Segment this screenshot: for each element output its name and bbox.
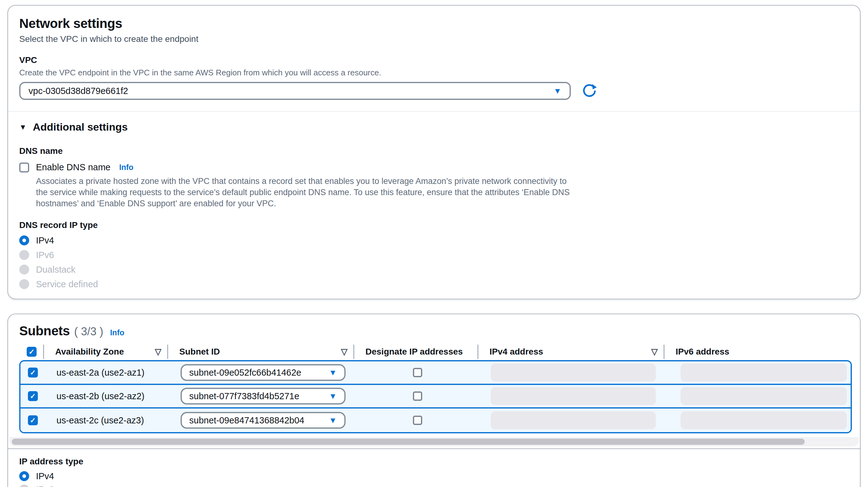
ipv4-address-field: [491, 387, 656, 405]
availability-zone-cell: us-east-2c (use2-az3): [45, 408, 169, 432]
select-all-header-cell: ✓: [19, 344, 44, 360]
row-checkbox[interactable]: ✓: [28, 415, 38, 425]
dns-record-ip-type-group: IPv4 IPv6 Dualstack Service defined: [19, 235, 849, 290]
caret-down-icon: ▼: [329, 392, 337, 400]
dns-name-description: Associates a private hosted zone with th…: [36, 176, 577, 209]
availability-zone-header-label: Availability Zone: [44, 347, 124, 357]
subnet-table: ✓ us-east-2a (use2-az1) subnet-09e052fc6…: [19, 360, 852, 433]
row-select-cell: ✓: [21, 385, 45, 407]
designate-ip-cell: [355, 385, 479, 407]
ipv6-address-field: [681, 411, 847, 429]
radio-option-ipv6: IPv6: [19, 250, 849, 260]
dns-name-label: DNS name: [19, 146, 849, 156]
radio-ipv6: [19, 250, 29, 260]
scrollbar-thumb[interactable]: [12, 438, 805, 445]
radio-option-ipv6: IPv6: [19, 485, 849, 487]
subnet-id-cell: subnet-09e84741368842b04 ▼: [169, 408, 355, 432]
row-select-cell: ✓: [21, 408, 45, 432]
subnet-select-value: subnet-077f7383fd4b5271e: [189, 391, 299, 401]
ipv4-address-cell: [479, 408, 666, 432]
subnet-select[interactable]: subnet-09e84741368842b04 ▼: [181, 412, 346, 429]
subnet-id-cell: subnet-09e052fc66b41462e ▼: [169, 361, 355, 384]
radio-ipv4-label: IPv4: [36, 471, 54, 481]
radio-ipv6-label: IPv6: [36, 250, 54, 260]
column-header-availability-zone[interactable]: Availability Zone ▽: [44, 344, 168, 360]
subnet-select-value: subnet-09e84741368842b04: [189, 415, 304, 426]
subnets-info-link[interactable]: Info: [110, 328, 124, 337]
check-icon: ✓: [30, 368, 36, 377]
refresh-button[interactable]: [581, 83, 597, 99]
subnet-select[interactable]: subnet-09e052fc66b41462e ▼: [181, 364, 346, 381]
row-select-cell: ✓: [21, 361, 45, 384]
table-row[interactable]: ✓ us-east-2a (use2-az1) subnet-09e052fc6…: [21, 361, 850, 385]
radio-service-defined-label: Service defined: [36, 279, 98, 290]
radio-dualstack: [19, 265, 29, 275]
ip-address-type-group: IPv4 IPv6 Dualstack: [19, 471, 849, 487]
radio-service-defined: [19, 279, 29, 289]
column-header-ipv4[interactable]: IPv4 address ▽: [478, 344, 664, 360]
network-settings-card: Network settings Select the VPC in which…: [7, 5, 861, 299]
designate-ip-checkbox[interactable]: [413, 368, 422, 377]
section-divider: [8, 111, 860, 112]
additional-settings-title: Additional settings: [33, 121, 128, 133]
enable-dns-row: Enable DNS name Info: [19, 162, 849, 173]
ip-address-type-section: IP address type IPv4 IPv6 Dualstack: [8, 449, 860, 487]
vpc-select[interactable]: vpc-0305d38d879e661f2 ▼: [19, 82, 571, 100]
row-checkbox[interactable]: ✓: [28, 391, 38, 401]
ipv4-header-label: IPv4 address: [478, 347, 543, 357]
column-header-designate-ip: Designate IP addresses: [354, 344, 478, 360]
subnets-header: Subnets ( 3/3 ) Info: [8, 324, 860, 338]
caret-down-icon: ▼: [329, 368, 337, 376]
designate-ip-checkbox[interactable]: [413, 392, 422, 401]
check-icon: ✓: [29, 348, 34, 356]
radio-option-ipv4: IPv4: [19, 471, 849, 481]
radio-ipv4[interactable]: [19, 236, 29, 245]
ipv6-header-label: IPv6 address: [664, 347, 729, 357]
page: { "colors": { "accent": "#0972d3", "sele…: [0, 0, 868, 487]
enable-dns-checkbox[interactable]: [19, 162, 29, 173]
radio-ipv4-label: IPv4: [36, 236, 54, 246]
table-row[interactable]: ✓ us-east-2c (use2-az3) subnet-09e847413…: [21, 408, 850, 432]
ipv6-address-cell: [666, 385, 850, 407]
designate-ip-cell: [355, 361, 479, 384]
horizontal-scrollbar: [9, 437, 859, 446]
radio-option-dualstack: Dualstack: [19, 264, 849, 275]
row-checkbox[interactable]: ✓: [28, 368, 38, 377]
vpc-select-value: vpc-0305d38d879e661f2: [29, 86, 128, 96]
designate-ip-cell: [355, 408, 479, 432]
radio-option-service-defined: Service defined: [19, 279, 849, 290]
sort-icon: ▽: [155, 347, 161, 357]
expand-caret-icon: ▼: [19, 123, 27, 131]
radio-ipv6: [19, 485, 29, 487]
enable-dns-checkbox-label: Enable DNS name: [36, 162, 111, 173]
designate-ip-header-label: Designate IP addresses: [354, 347, 463, 357]
subnet-id-header-label: Subnet ID: [168, 347, 220, 357]
subnet-select[interactable]: subnet-077f7383fd4b5271e ▼: [181, 388, 346, 404]
check-icon: ✓: [30, 392, 36, 400]
table-row[interactable]: ✓ us-east-2b (use2-az2) subnet-077f7383f…: [21, 385, 850, 408]
column-header-ipv6: IPv6 address: [664, 344, 852, 360]
check-icon: ✓: [30, 416, 36, 425]
designate-ip-checkbox[interactable]: [413, 416, 422, 425]
caret-down-icon: ▼: [329, 416, 337, 424]
availability-zone-value: us-east-2b (use2-az2): [45, 391, 145, 401]
availability-zone-value: us-east-2a (use2-az1): [45, 368, 145, 378]
ipv4-address-cell: [479, 361, 666, 384]
ipv6-address-cell: [666, 361, 850, 384]
refresh-icon: [581, 83, 597, 99]
subnets-title: Subnets: [19, 324, 70, 338]
sort-icon: ▽: [341, 347, 347, 357]
vpc-description: Create the VPC endpoint in the VPC in th…: [19, 68, 849, 78]
subnet-select-value: subnet-09e052fc66b41462e: [189, 368, 301, 378]
dns-record-ip-type-label: DNS record IP type: [19, 220, 849, 230]
ipv4-address-field: [491, 364, 656, 382]
ipv6-address-cell: [666, 408, 850, 432]
availability-zone-value: us-east-2c (use2-az3): [45, 415, 144, 426]
network-settings-description: Select the VPC in which to create the en…: [19, 34, 849, 44]
column-header-subnet-id[interactable]: Subnet ID ▽: [168, 344, 354, 360]
radio-dualstack-label: Dualstack: [36, 265, 75, 275]
radio-ipv4[interactable]: [19, 471, 29, 481]
additional-settings-toggle[interactable]: ▼ Additional settings: [19, 121, 849, 133]
select-all-checkbox[interactable]: ✓: [27, 347, 37, 357]
dns-name-info-link[interactable]: Info: [119, 163, 133, 172]
